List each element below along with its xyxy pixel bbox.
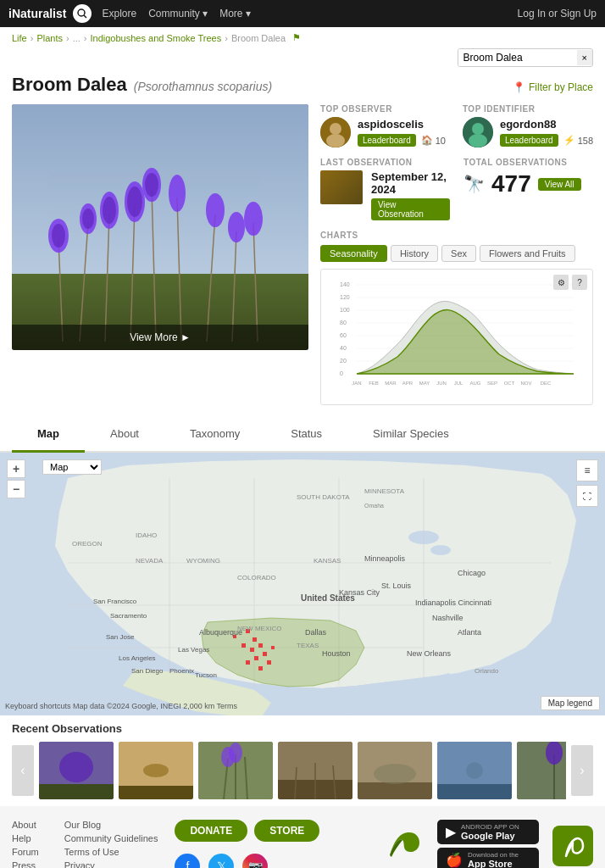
donate-button[interactable]: DONATE (175, 820, 247, 842)
chart-container: ⚙ ? 140 120 100 80 60 40 20 0 (320, 269, 593, 405)
chart-tab-seasonality[interactable]: Seasonality (320, 245, 387, 262)
footer-community-guidelines[interactable]: Community Guidelines (64, 833, 158, 843)
filter-by-place-button[interactable]: 📍Filter by Place (513, 81, 593, 93)
google-play-main: Google Play (461, 831, 519, 841)
map-fullscreen-button[interactable]: ⛶ (576, 485, 598, 507)
top-search-box: × (458, 48, 593, 67)
page-tabs: Map About Taxonomy Status Similar Specie… (0, 417, 605, 453)
svg-rect-80 (258, 666, 263, 670)
twitter-icon[interactable]: 𝕏 (208, 854, 234, 868)
flag-icon[interactable]: ⚑ (292, 32, 301, 43)
svg-text:United States: United States (301, 593, 355, 603)
chart-tab-history[interactable]: History (391, 245, 438, 262)
store-button[interactable]: STORE (254, 820, 319, 842)
obs-thumb-7[interactable] (517, 742, 566, 799)
map-layers-icon[interactable]: ≡ (576, 459, 598, 481)
footer-terms[interactable]: Terms of Use (64, 847, 158, 857)
nav-explore[interactable]: Explore (102, 8, 136, 19)
footer-leaf-logo (552, 826, 593, 866)
google-play-badge[interactable]: ▶ ANDROID APP ON Google Play (437, 820, 539, 844)
app-store-badge[interactable]: 🍎 Download on the App Store (437, 848, 539, 868)
footer-links: About Help Forum Press Jobs Our Blog Com… (12, 820, 158, 868)
view-observation-button[interactable]: View Observation (371, 198, 450, 220)
search-icon[interactable] (73, 4, 92, 23)
footer-col-2: Our Blog Community Guidelines Terms of U… (64, 820, 158, 868)
navbar-links: Explore Community ▾ More ▾ (102, 8, 250, 19)
chart-settings-icon[interactable]: ⚙ (553, 275, 569, 290)
chart-help-icon[interactable]: ? (572, 275, 587, 290)
map-type-select[interactable]: Map Satellite (42, 459, 102, 475)
app-badges: ▶ ANDROID APP ON Google Play 🍎 Download … (437, 820, 539, 868)
svg-text:New Orleans: New Orleans (407, 649, 452, 658)
svg-text:Dallas: Dallas (305, 628, 327, 637)
obs-thumb-1[interactable] (39, 742, 114, 799)
svg-rect-81 (271, 646, 275, 649)
breadcrumb-indigobushes[interactable]: Indigobushes and Smoke Trees (91, 33, 222, 43)
footer-col-1: About Help Forum Press Jobs (12, 820, 39, 868)
tab-status[interactable]: Status (265, 417, 347, 453)
breadcrumb-plants[interactable]: Plants (36, 33, 63, 43)
obs-thumb-5[interactable] (358, 742, 432, 799)
tab-similar-species[interactable]: Similar Species (347, 417, 475, 453)
top-identifier-leaderboard[interactable]: Leaderboard (500, 134, 558, 147)
svg-text:NEVADA: NEVADA (136, 557, 164, 565)
facebook-icon[interactable]: f (175, 854, 200, 868)
top-identifier-name[interactable]: egordon88 (500, 118, 593, 131)
svg-text:MAY: MAY (419, 381, 430, 386)
map-svg: Minneapolis Chicago Kansas City St. Loui… (0, 453, 605, 715)
obs-thumbnails (39, 742, 566, 799)
svg-text:SOUTH DAKOTA: SOUTH DAKOTA (297, 493, 350, 501)
tab-about[interactable]: About (85, 417, 164, 453)
footer-about[interactable]: About (12, 820, 39, 830)
svg-point-137 (466, 762, 483, 779)
svg-point-119 (143, 764, 169, 777)
footer-press[interactable]: Press (12, 860, 39, 868)
chart-tab-flowers[interactable]: Flowers and Fruits (480, 245, 574, 262)
svg-rect-74 (250, 648, 254, 652)
map-legend-button[interactable]: Map legend (541, 696, 600, 710)
obs-thumb-3[interactable] (198, 742, 273, 799)
top-observer-name[interactable]: aspidoscelis (358, 118, 449, 131)
svg-text:Tucson: Tucson (195, 671, 217, 679)
chart-tab-sex[interactable]: Sex (441, 245, 476, 262)
top-search-input[interactable] (458, 49, 577, 66)
obs-thumb-6[interactable] (437, 742, 512, 799)
footer-blog[interactable]: Our Blog (64, 820, 158, 830)
map-attribution: Keyboard shortcuts Map data ©2024 Google… (0, 702, 546, 710)
last-observation-box: LAST OBSERVATION September 12, 2024 View… (320, 158, 450, 220)
top-observer-leaderboard[interactable]: Leaderboard (358, 134, 416, 147)
obs-thumb-2[interactable] (119, 742, 193, 799)
svg-rect-76 (263, 652, 267, 656)
navbar-login[interactable]: Log In or Sign Up (518, 8, 597, 19)
footer-forum[interactable]: Forum (12, 847, 39, 857)
inaturalist-bird-logo (381, 821, 424, 869)
navbar-logo[interactable]: iNaturalist (8, 7, 66, 20)
svg-text:San Francisco: San Francisco (93, 598, 137, 605)
svg-text:TEXAS: TEXAS (297, 642, 319, 649)
instagram-icon[interactable]: 📷 (242, 854, 268, 868)
donate-buttons: DONATE STORE (175, 820, 319, 842)
footer-help[interactable]: Help (12, 833, 39, 843)
svg-point-20 (228, 212, 245, 242)
svg-text:JUL: JUL (454, 381, 463, 386)
obs-prev-button[interactable]: ‹ (12, 745, 34, 796)
map-zoom-out-button[interactable]: − (7, 480, 25, 498)
svg-rect-75 (258, 643, 263, 648)
svg-text:San Jose: San Jose (106, 633, 135, 641)
tab-map[interactable]: Map (12, 417, 85, 453)
breadcrumb-life[interactable]: Life (12, 33, 27, 43)
svg-text:Los Angeles: Los Angeles (119, 654, 156, 662)
map-zoom-in-button[interactable]: + (7, 459, 25, 478)
svg-rect-120 (119, 786, 193, 799)
nav-more[interactable]: More ▾ (219, 8, 251, 19)
obs-next-button[interactable]: › (571, 745, 593, 796)
svg-rect-117 (39, 784, 114, 799)
top-search-button[interactable]: × (577, 50, 592, 65)
nav-community[interactable]: Community ▾ (148, 8, 208, 19)
last-obs-label: LAST OBSERVATION (320, 158, 450, 167)
view-more-button[interactable]: View More ► (130, 331, 191, 343)
view-all-button[interactable]: View All (538, 178, 581, 191)
tab-taxonomy[interactable]: Taxonomy (164, 417, 265, 453)
obs-thumb-4[interactable] (278, 742, 352, 799)
footer-privacy[interactable]: Privacy (64, 860, 158, 868)
